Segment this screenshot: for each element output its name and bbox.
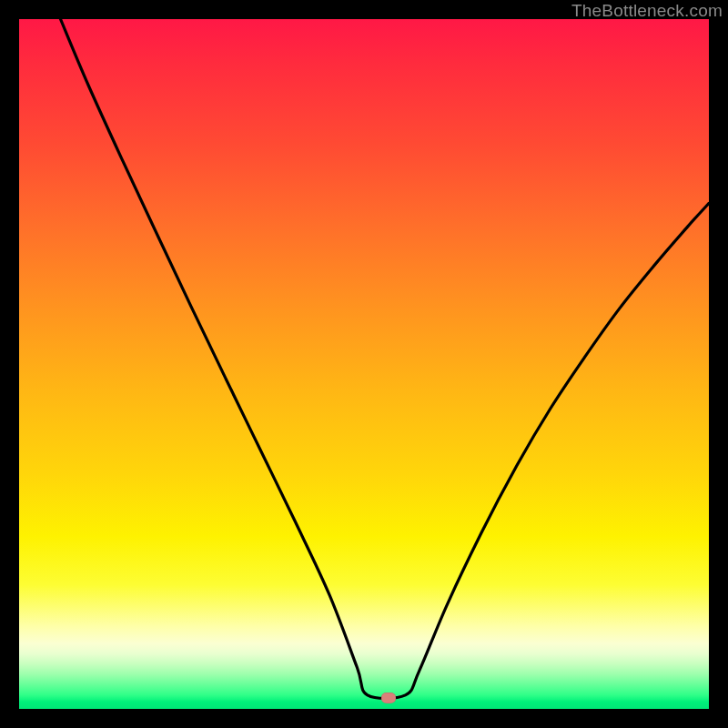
plot-area [19, 19, 709, 709]
chart-frame: TheBottleneck.com [0, 0, 728, 728]
curve-minimum-marker [381, 693, 396, 703]
watermark-text: TheBottleneck.com [571, 1, 723, 21]
bottleneck-curve [19, 19, 709, 709]
